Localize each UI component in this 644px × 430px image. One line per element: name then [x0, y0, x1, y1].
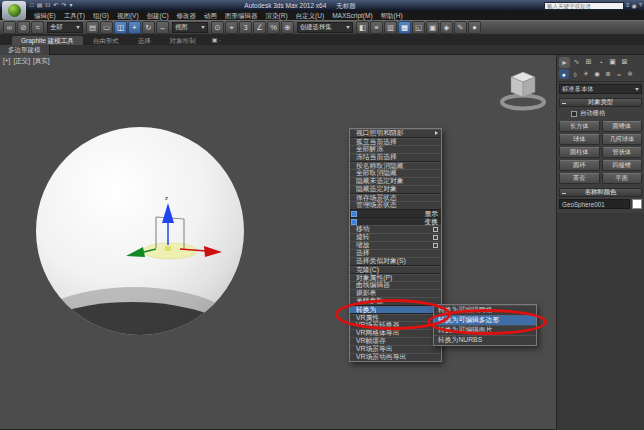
- primitive-button[interactable]: 平面: [602, 173, 643, 184]
- convert-to-item[interactable]: 转换为可编辑面片: [434, 325, 536, 335]
- autogrid-checkbox[interactable]: [571, 111, 577, 117]
- toolbar-icon[interactable]: ◫: [114, 21, 127, 34]
- primitive-button[interactable]: 四棱锥: [602, 160, 643, 171]
- quick-access-icon[interactable]: ⊡: [45, 0, 50, 11]
- ribbon-tab[interactable]: 选择: [129, 36, 160, 45]
- command-panel-tab-icon[interactable]: ⊞: [583, 57, 594, 68]
- toolbar-icon[interactable]: ◱: [412, 21, 425, 34]
- primitive-type-dropdown[interactable]: 标准基本体: [559, 84, 642, 94]
- command-panel-tab-icon[interactable]: ∿: [571, 57, 582, 68]
- quick-access-icon[interactable]: ▾: [69, 0, 72, 11]
- primitive-button[interactable]: 圆环: [559, 160, 600, 171]
- menu-item[interactable]: 帮助(H): [377, 11, 407, 20]
- toolbar-icon[interactable]: ⊘: [17, 21, 30, 34]
- named-selection-dropdown[interactable]: 创建选择集: [297, 22, 353, 33]
- settings-box-icon[interactable]: [433, 227, 438, 232]
- primitive-button[interactable]: 长方体: [559, 121, 600, 132]
- command-panel-tab-icon[interactable]: ⊠: [619, 57, 630, 68]
- toolbar-icon[interactable]: ↻: [142, 21, 155, 34]
- object-name-field[interactable]: GeoSphere001: [559, 199, 630, 209]
- menu-item[interactable]: 创建(C): [143, 11, 173, 20]
- menu-item[interactable]: 工具(T): [60, 11, 89, 20]
- toolbar-icon[interactable]: ⊕: [281, 21, 294, 34]
- category-icon[interactable]: ≈: [614, 69, 624, 79]
- ribbon-tab[interactable]: 自由形式: [84, 36, 128, 45]
- viewport-menu-segment[interactable]: [真实]: [33, 57, 50, 66]
- category-icon[interactable]: ⊕: [603, 69, 613, 79]
- application-menu-button[interactable]: [2, 1, 26, 20]
- ribbon-subtab-polygon-modeling[interactable]: 多边形建模: [0, 45, 50, 55]
- toolbar-icon[interactable]: ≈: [31, 21, 44, 34]
- toolbar-icon[interactable]: ▣: [426, 21, 439, 34]
- primitive-button[interactable]: 球体: [559, 134, 600, 145]
- geosphere-object[interactable]: [20, 127, 244, 392]
- viewport[interactable]: [+][正交][真实]: [0, 55, 557, 430]
- toolbar-icon[interactable]: ∠: [253, 21, 266, 34]
- toolbar-icon[interactable]: ◧: [356, 21, 369, 34]
- infocenter-icon[interactable]: ≡: [626, 2, 630, 9]
- command-panel-tab-icon[interactable]: ►: [559, 57, 570, 68]
- quick-access-icon[interactable]: □: [30, 0, 34, 11]
- menu-item[interactable]: 渲染(R): [262, 11, 292, 20]
- selection-filter-dropdown[interactable]: 全部: [47, 22, 83, 33]
- category-icon[interactable]: ◊: [570, 69, 580, 79]
- toolbar-icon[interactable]: ↔: [156, 21, 169, 34]
- menu-item[interactable]: 自定义(U): [292, 11, 329, 20]
- command-panel-tab-icon[interactable]: ▣: [607, 57, 618, 68]
- viewcube-compass-ring[interactable]: [502, 96, 544, 109]
- infocenter-icon[interactable]: ◉: [631, 2, 636, 9]
- settings-box-icon[interactable]: [433, 235, 438, 240]
- primitive-button[interactable]: 管状体: [602, 147, 643, 158]
- primitive-button[interactable]: 几何球体: [602, 134, 643, 145]
- convert-to-item[interactable]: 转换为可编辑网格: [434, 305, 536, 315]
- quick-access-icon[interactable]: ▤: [37, 0, 43, 11]
- toolbar-icon[interactable]: ▥: [384, 21, 397, 34]
- viewport-canvas[interactable]: z: [0, 55, 557, 430]
- menu-item[interactable]: 编辑(E): [30, 11, 60, 20]
- menu-item[interactable]: 组(G): [89, 11, 113, 20]
- menu-item[interactable]: 修改器: [173, 11, 201, 20]
- settings-box-icon[interactable]: [433, 243, 438, 248]
- toolbar-icon[interactable]: ◈: [440, 21, 453, 34]
- command-panel-tab-icon[interactable]: ◔: [595, 57, 606, 68]
- toolbar-icon[interactable]: 3: [239, 21, 252, 34]
- toolbar-icon[interactable]: ⊙: [211, 21, 224, 34]
- toolbar-icon[interactable]: ▤: [86, 21, 99, 34]
- ribbon-tab[interactable]: Graphite 建模工具: [12, 36, 83, 45]
- toolbar-icon[interactable]: ●: [468, 21, 481, 34]
- toolbar-icon[interactable]: ⌖: [225, 21, 238, 34]
- viewport-menu-segment[interactable]: [正交]: [13, 57, 30, 66]
- convert-to-item[interactable]: 转换为NURBS: [434, 335, 536, 345]
- toolbar-icon[interactable]: ∞: [3, 21, 16, 34]
- category-icon[interactable]: ☀: [581, 69, 591, 79]
- toolbar-icon[interactable]: ▦: [398, 21, 411, 34]
- menu-item[interactable]: MAXScript(M): [328, 11, 376, 20]
- ribbon-options-icon[interactable]: ▣ ·: [206, 36, 227, 45]
- toolbar-icon[interactable]: +: [128, 21, 141, 34]
- toolbar-icon[interactable]: ≡: [370, 21, 383, 34]
- quick-access-icon[interactable]: ↶: [53, 0, 58, 11]
- object-color-swatch[interactable]: [632, 199, 642, 209]
- primitive-button[interactable]: 圆锥体: [602, 121, 643, 132]
- ribbon-tab[interactable]: 对象绘制: [161, 36, 205, 45]
- category-icon[interactable]: ●: [559, 69, 569, 79]
- quick-access-icon[interactable]: ↷: [61, 0, 66, 11]
- category-icon[interactable]: ※: [625, 69, 635, 79]
- primitive-button[interactable]: 圆柱体: [559, 147, 600, 158]
- primitive-button[interactable]: 茶壶: [559, 173, 600, 184]
- toolbar-icon[interactable]: ✎: [454, 21, 467, 34]
- category-icon[interactable]: ◉: [592, 69, 602, 79]
- rollout-object-type[interactable]: 对象类型: [559, 98, 642, 107]
- quad-menu-item[interactable]: VR场景动画导出: [350, 353, 441, 361]
- search-input[interactable]: [544, 2, 624, 10]
- viewcube[interactable]: [502, 72, 544, 109]
- rollout-name-color[interactable]: 名称和颜色: [559, 188, 642, 197]
- convert-to-item[interactable]: 转换为可编辑多边形: [434, 315, 536, 325]
- menu-item[interactable]: 动画: [200, 11, 221, 20]
- viewport-menu-segment[interactable]: [+]: [3, 57, 10, 66]
- infocenter-icon[interactable]: ?: [639, 2, 642, 9]
- gizmo-center[interactable]: [165, 246, 171, 251]
- reference-coordinate-dropdown[interactable]: 视图: [172, 22, 208, 33]
- toolbar-icon[interactable]: %: [267, 21, 280, 34]
- menu-item[interactable]: 视图(V): [113, 11, 143, 20]
